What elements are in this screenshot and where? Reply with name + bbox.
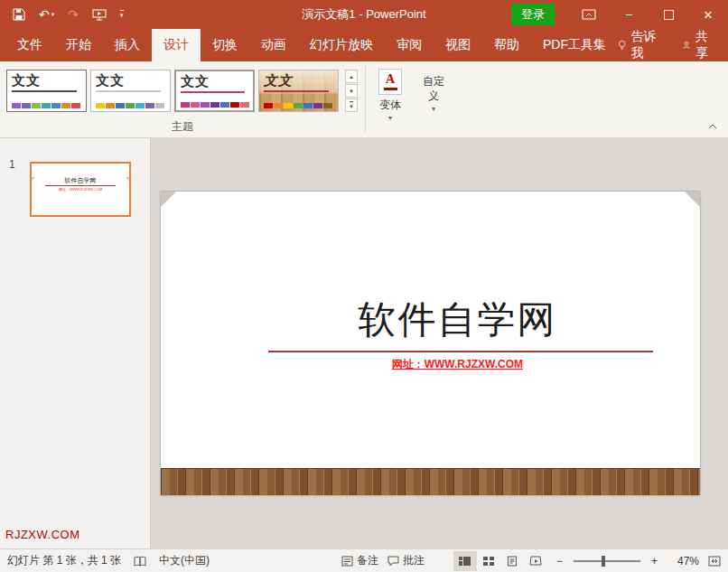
tell-me-label: 告诉我 [630, 29, 658, 61]
variants-icon: A [378, 69, 402, 95]
sign-in-button[interactable]: 登录 [511, 4, 555, 25]
theme-sample-text: 文文 [181, 73, 248, 90]
titlebar-controls: 登录 − × [511, 0, 728, 29]
tab-slideshow[interactable]: 幻灯片放映 [298, 29, 385, 61]
window-title: 演示文稿1 - PowerPoint [302, 6, 425, 23]
gallery-scroll-up-button[interactable]: ▴ [345, 70, 358, 83]
fit-to-window-icon [708, 556, 721, 567]
chevron-up-icon [708, 124, 717, 129]
slide-indicator[interactable]: 幻灯片 第 1 张，共 1 张 [7, 553, 121, 568]
slide-thumbnail[interactable]: 软件自学网 网址：WWW.RJZXW.COM [30, 162, 131, 217]
zoom-in-button[interactable]: + [651, 555, 658, 567]
tab-pdf-tools[interactable]: PDF工具集 [531, 29, 618, 61]
themes-group-label: 主题 [6, 119, 359, 135]
ribbon-display-options-button[interactable] [569, 0, 609, 29]
tell-me-button[interactable]: 告诉我 [618, 29, 658, 61]
close-button[interactable]: × [688, 0, 728, 29]
fit-slide-button[interactable] [708, 556, 721, 567]
view-slideshow-button[interactable] [524, 551, 547, 571]
save-button[interactable] [13, 8, 25, 21]
statusbar-left: 幻灯片 第 1 张，共 1 张 中文(中国) [0, 553, 210, 568]
slide-title-textbox[interactable]: 软件自学网 [226, 298, 689, 342]
gallery-more-button[interactable]: ▾ [345, 98, 358, 112]
share-button[interactable]: 共享 [682, 29, 714, 61]
tab-animations[interactable]: 动画 [249, 29, 298, 61]
language-button[interactable]: 中文(中国) [159, 553, 210, 568]
chevron-down-icon: ▾ [350, 88, 353, 95]
tab-help[interactable]: 帮助 [482, 29, 531, 61]
maximize-icon [664, 10, 674, 20]
ribbon-display-options-icon [582, 8, 596, 21]
zoom-percentage[interactable]: 47% [676, 555, 699, 567]
theme-thumbnail-1[interactable]: 文文 [6, 70, 87, 112]
tab-home[interactable]: 开始 [54, 29, 103, 61]
variants-button[interactable]: A 变体 ▾ [369, 68, 411, 133]
tab-view[interactable]: 视图 [434, 29, 482, 61]
thumbnail-url-text: 网址：WWW.RJZXW.COM [32, 187, 129, 192]
tab-review[interactable]: 审阅 [385, 29, 434, 61]
comments-toggle[interactable]: 批注 [387, 553, 425, 568]
slide-wood-floor-image[interactable] [161, 468, 700, 495]
ribbon-group-separator [365, 66, 366, 133]
person-icon [682, 39, 691, 52]
chevron-down-icon: ▾ [51, 11, 55, 18]
workspace: 1 软件自学网 网址：WWW.RJZXW.COM RJZXW.COM 软件自学网… [0, 138, 728, 549]
zoom-out-button[interactable]: − [556, 555, 563, 567]
zoom-slider-thumb[interactable] [602, 556, 605, 567]
notes-icon [341, 556, 353, 567]
slide-canvas[interactable]: 软件自学网 网址：WWW.RJZXW.COM [161, 192, 700, 495]
minimize-button[interactable]: − [609, 0, 649, 29]
view-switcher [453, 551, 547, 571]
collapse-ribbon-button[interactable] [705, 120, 721, 133]
rjzxw-watermark: RJZXW.COM [5, 528, 80, 541]
comment-icon [387, 556, 399, 567]
gallery-scroll-down-button[interactable]: ▾ [345, 84, 358, 98]
variants-icon-underline [384, 88, 397, 90]
theme-rule [264, 90, 329, 92]
redo-button[interactable]: ↷ [68, 8, 79, 21]
chevron-down-icon: ▾ [120, 10, 124, 19]
theme-color-swatches [181, 102, 249, 108]
gallery-more-icon: ▾ [350, 101, 353, 109]
tab-transitions[interactable]: 切换 [201, 29, 249, 61]
slide-thumbnail-preview: 软件自学网 网址：WWW.RJZXW.COM [32, 177, 129, 217]
theme-gallery: 文文 文文 文文 文文 [6, 70, 339, 112]
view-slide-sorter-button[interactable] [477, 551, 500, 571]
theme-color-swatches [12, 103, 80, 108]
customize-label-line1: 自定 [423, 75, 444, 89]
corner-decoration-left [32, 177, 35, 181]
corner-decoration-right [685, 192, 700, 207]
tab-design[interactable]: 设计 [152, 29, 201, 61]
slide-url-textbox[interactable]: 网址：WWW.RJZXW.COM [226, 357, 689, 372]
zoom-slider[interactable] [574, 560, 640, 562]
thumbnail-title-text: 软件自学网 [32, 177, 129, 184]
undo-button[interactable]: ↶ ▾ [39, 8, 54, 21]
redo-icon: ↷ [68, 8, 79, 21]
tab-file[interactable]: 文件 [5, 29, 54, 61]
start-slideshow-button[interactable] [92, 9, 107, 21]
minimize-icon: − [625, 7, 632, 22]
notes-label: 备注 [357, 553, 378, 568]
close-icon: × [704, 7, 713, 23]
tab-insert[interactable]: 插入 [103, 29, 152, 61]
spellcheck-book-icon [134, 556, 146, 567]
theme-thumbnail-2[interactable]: 文文 [90, 70, 171, 112]
notes-toggle[interactable]: 备注 [341, 553, 378, 568]
theme-thumbnail-3[interactable]: 文文 [174, 70, 255, 112]
view-reading-button[interactable] [500, 551, 524, 571]
start-slideshow-icon [92, 9, 107, 21]
powerpoint-window: ↶ ▾ ↷ ▾ 演示文稿1 - PowerPoint 登录 − × 文件 [0, 0, 728, 572]
chevron-down-icon: ▾ [388, 114, 392, 122]
view-normal-button[interactable] [453, 551, 477, 571]
maximize-button[interactable] [649, 0, 688, 29]
save-icon [13, 8, 25, 21]
slide-divider-line[interactable] [268, 351, 653, 352]
customize-button[interactable]: 自定 义 ▾ [413, 68, 454, 133]
customize-qat-button[interactable]: ▾ [120, 10, 124, 19]
theme-color-swatches [264, 103, 332, 108]
theme-thumbnail-4-wood[interactable]: 文文 [258, 70, 339, 112]
spellcheck-button[interactable] [134, 556, 146, 567]
chevron-down-icon: ▾ [432, 105, 435, 113]
quick-access-toolbar: ↶ ▾ ↷ ▾ [0, 8, 124, 21]
lightbulb-icon [618, 38, 626, 52]
